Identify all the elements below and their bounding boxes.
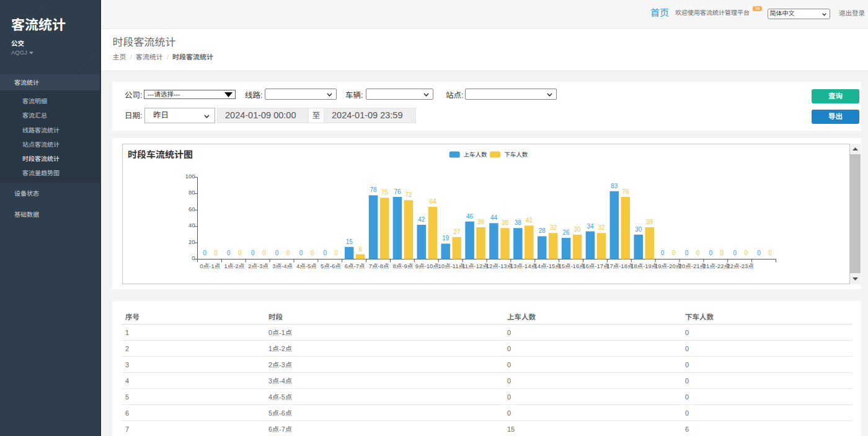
svg-text:34: 34 [587,223,594,230]
svg-text:22点-23点: 22点-23点 [727,263,755,269]
svg-text:0: 0 [238,250,242,256]
svg-text:30: 30 [635,226,642,233]
svg-text:2点-3点: 2点-3点 [248,263,268,269]
svg-text:14点-15点: 14点-15点 [534,263,562,269]
svg-text:32: 32 [598,224,605,231]
svg-text:28: 28 [539,227,546,234]
svg-text:7点-8点: 7点-8点 [369,263,389,269]
svg-text:0: 0 [324,250,327,256]
svg-text:26: 26 [562,229,570,236]
svg-text:46: 46 [466,213,474,220]
svg-text:41: 41 [526,217,533,224]
svg-text:83: 83 [611,183,618,190]
svg-text:42: 42 [418,216,425,223]
svg-text:1点-2点: 1点-2点 [224,263,244,269]
svg-text:时段车流统计图: 时段车流统计图 [128,149,193,160]
svg-text:6: 6 [358,246,362,253]
svg-text:0: 0 [768,250,772,256]
svg-text:0: 0 [696,250,700,256]
svg-text:11点-12点: 11点-12点 [462,263,489,269]
svg-text:0: 0 [685,250,689,256]
svg-text:19: 19 [442,235,450,242]
svg-text:19点-20点: 19点-20点 [655,263,682,269]
svg-text:下车人数: 下车人数 [504,151,528,158]
svg-text:20点-21点: 20点-21点 [679,263,706,269]
svg-text:39: 39 [646,219,653,225]
svg-text:38: 38 [502,219,509,226]
svg-text:0: 0 [744,250,748,256]
svg-text:40: 40 [188,222,195,229]
svg-text:上车人数: 上车人数 [463,151,487,158]
svg-text:0: 0 [251,250,255,256]
svg-text:27: 27 [453,229,461,235]
svg-text:32: 32 [550,224,557,231]
svg-text:0: 0 [311,250,314,256]
svg-text:0: 0 [672,250,676,256]
svg-text:15点-16点: 15点-16点 [558,263,585,269]
svg-text:12点-13点: 12点-13点 [486,263,513,269]
svg-text:0: 0 [262,250,266,256]
svg-text:6点-7点: 6点-7点 [345,263,365,269]
svg-text:0: 0 [733,250,737,256]
svg-text:0点-1点: 0点-1点 [200,263,221,269]
svg-text:18点-19点: 18点-19点 [631,263,658,269]
svg-text:60: 60 [188,206,195,212]
svg-text:75: 75 [381,189,388,196]
svg-text:15: 15 [346,238,353,245]
svg-text:21点-22点: 21点-22点 [703,263,730,269]
svg-text:39: 39 [477,219,485,225]
svg-text:76: 76 [622,188,629,195]
svg-text:0: 0 [214,250,218,256]
svg-text:0: 0 [709,250,713,256]
svg-text:0: 0 [335,250,339,256]
svg-text:0: 0 [203,250,206,256]
svg-text:64: 64 [429,198,436,205]
svg-text:0: 0 [661,250,665,256]
svg-text:5点-6点: 5点-6点 [321,263,341,269]
svg-text:38: 38 [515,219,522,226]
svg-text:0: 0 [757,250,761,256]
svg-text:13点-14点: 13点-14点 [510,263,538,269]
svg-text:100: 100 [185,173,195,180]
svg-text:0: 0 [299,250,303,256]
svg-text:9点-10点: 9点-10点 [415,263,440,269]
svg-text:0: 0 [275,250,279,256]
svg-text:78: 78 [370,186,377,193]
svg-text:8点-9点: 8点-9点 [393,263,414,269]
svg-text:72: 72 [405,191,412,198]
svg-text:17点-18点: 17点-18点 [606,263,634,269]
svg-text:0: 0 [227,250,231,256]
svg-text:76: 76 [394,188,401,195]
svg-text:0: 0 [720,250,724,256]
svg-text:20: 20 [188,238,195,245]
svg-text:4点-5点: 4点-5点 [296,263,317,269]
svg-text:0: 0 [286,250,290,256]
svg-text:0: 0 [192,255,195,261]
svg-text:10点-11点: 10点-11点 [438,263,464,269]
svg-text:30: 30 [574,226,581,233]
svg-text:3点-4点: 3点-4点 [272,263,293,269]
svg-text:80: 80 [188,189,195,196]
svg-text:44: 44 [490,214,498,221]
svg-text:16点-17点: 16点-17点 [582,263,609,269]
